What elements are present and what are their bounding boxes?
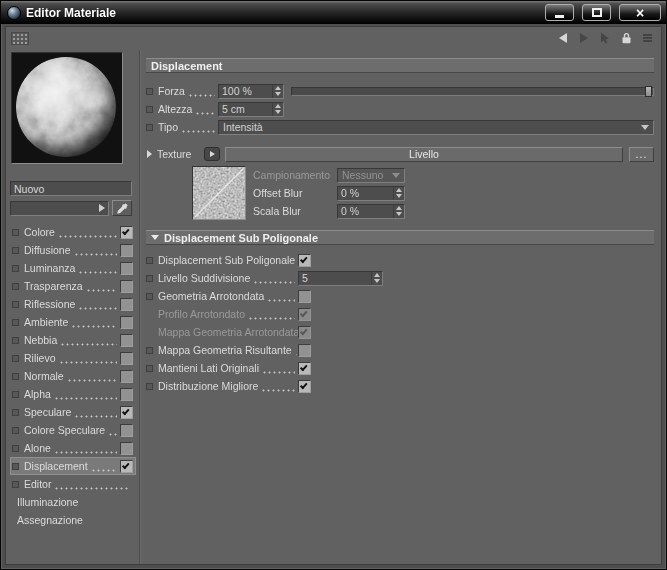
chevron-down-icon — [641, 125, 649, 130]
param-row-profilo-arrotondato: Profilo Arrotondato — [146, 305, 654, 323]
param-dot — [12, 355, 19, 362]
channel-checkbox-displacement[interactable] — [120, 460, 133, 473]
param-dot — [12, 319, 19, 326]
sidebar-item-riflessione[interactable]: Riflessione — [10, 295, 136, 313]
mappa-geometria-risultante-checkbox[interactable] — [298, 344, 311, 357]
channel-checkbox-colore[interactable] — [120, 226, 133, 239]
expand-triangle-icon[interactable] — [147, 150, 152, 158]
scala-blur-input[interactable]: 0 % — [337, 204, 405, 219]
material-preview[interactable] — [11, 52, 123, 164]
dot-leader — [71, 325, 117, 328]
displacement-sub-poligonale-checkbox[interactable] — [298, 254, 311, 267]
texture-browse-button[interactable]: ... — [629, 147, 654, 162]
sidebar-item-speculare[interactable]: Speculare — [10, 403, 136, 421]
forza-slider-knob[interactable] — [645, 86, 652, 97]
sidebar-item-ambiente[interactable]: Ambiente — [10, 313, 136, 331]
maximize-icon — [592, 8, 602, 17]
channel-label: Alpha — [24, 388, 51, 400]
channel-label: Colore Speculare — [24, 424, 105, 436]
param-dot — [12, 445, 19, 452]
forza-slider[interactable] — [291, 87, 654, 96]
sidebar-item-editor[interactable]: Editor — [10, 475, 136, 493]
sidebar-item-illuminazione[interactable]: Illuminazione — [10, 493, 136, 511]
channel-checkbox-luminanza[interactable] — [120, 262, 133, 275]
dock-grip-icon[interactable] — [11, 32, 29, 45]
spinner-arrows-icon[interactable] — [272, 103, 283, 116]
param-label: Profilo Arrotondato — [158, 308, 245, 320]
altezza-input[interactable]: 5 cm — [218, 102, 284, 117]
history-back-icon[interactable] — [554, 30, 572, 46]
material-name-field[interactable]: Nuovo — [10, 181, 132, 196]
dot-leader — [74, 253, 117, 256]
sidebar-item-nebbia[interactable]: Nebbia — [10, 331, 136, 349]
texture-shader-button[interactable]: Livello — [225, 147, 623, 162]
material-editor-window: Editor Materiale × — [0, 0, 667, 570]
panel-menu-icon[interactable] — [638, 30, 656, 46]
channel-checkbox-alone[interactable] — [120, 442, 133, 455]
sidebar-item-colore-speculare[interactable]: Colore Speculare — [10, 421, 136, 439]
channel-checkbox-nebbia[interactable] — [120, 334, 133, 347]
param-dot — [12, 247, 19, 254]
sidebar-item-assegnazione[interactable]: Assegnazione — [10, 511, 136, 529]
livello-suddivisione-input[interactable]: 5 — [298, 271, 383, 286]
param-row-forza: Forza 100 % — [146, 82, 654, 100]
param-label: Altezza — [158, 103, 192, 115]
client-area: Nuovo ColoreDiffusioneLuminanzaTrasparen… — [5, 26, 662, 565]
param-row-texture: Texture Livello ... — [146, 145, 654, 163]
channel-checkbox-alpha[interactable] — [120, 388, 133, 401]
channel-label: Diffusione — [24, 244, 71, 256]
sidebar-item-luminanza[interactable]: Luminanza — [10, 259, 136, 277]
texture-popup-button[interactable] — [204, 147, 220, 161]
channel-label: Normale — [24, 370, 64, 382]
section-header-sub-poligonale[interactable]: Displacement Sub Poligonale — [146, 230, 654, 245]
sidebar-item-trasparenza[interactable]: Trasparenza — [10, 277, 136, 295]
eyedropper-icon — [116, 202, 129, 215]
tipo-dropdown[interactable]: Intensità — [218, 120, 654, 135]
mantieni-lati-originali-checkbox[interactable] — [298, 362, 311, 375]
spinner-arrows-icon[interactable] — [371, 272, 382, 285]
dot-leader — [262, 371, 295, 374]
maximize-button[interactable] — [582, 4, 611, 21]
channel-checkbox-riflessione[interactable] — [120, 298, 133, 311]
minimize-button[interactable] — [545, 4, 574, 21]
channel-checkbox-trasparenza[interactable] — [120, 280, 133, 293]
close-button[interactable]: × — [619, 4, 661, 21]
campionamento-dropdown: Nessuno — [337, 168, 405, 183]
eyedropper-button[interactable] — [112, 200, 132, 216]
spinner-arrows-icon[interactable] — [272, 85, 283, 98]
channel-label: Speculare — [24, 406, 71, 418]
dot-leader — [188, 94, 215, 97]
spinner-arrows-icon[interactable] — [393, 187, 404, 200]
titlebar[interactable]: Editor Materiale × — [1, 1, 666, 24]
sidebar-item-rilievo[interactable]: Rilievo — [10, 349, 136, 367]
channel-label: Editor — [24, 478, 51, 490]
dot-leader — [78, 271, 117, 274]
channel-checkbox-ambiente[interactable] — [120, 316, 133, 329]
sidebar-item-displacement[interactable]: Displacement — [10, 457, 136, 475]
offset-blur-input[interactable]: 0 % — [337, 186, 405, 201]
sidebar-item-colore[interactable]: Colore — [10, 223, 136, 241]
geometria-arrotondata-checkbox[interactable] — [298, 290, 311, 303]
channel-checkbox-normale[interactable] — [120, 370, 133, 383]
forza-input[interactable]: 100 % — [218, 84, 284, 99]
channel-checkbox-diffusione[interactable] — [120, 244, 133, 257]
param-dot — [146, 347, 153, 354]
param-label: Livello Suddivisione — [158, 272, 250, 284]
channel-checkbox-speculare[interactable] — [120, 406, 133, 419]
sidebar-item-normale[interactable]: Normale — [10, 367, 136, 385]
lock-icon[interactable] — [617, 30, 635, 46]
channel-label: Assegnazione — [17, 514, 83, 526]
channel-checkbox-colore-speculare[interactable] — [120, 424, 133, 437]
spinner-arrows-icon[interactable] — [393, 205, 404, 218]
texture-thumbnail[interactable] — [192, 166, 246, 220]
preview-select-field[interactable] — [10, 201, 109, 216]
sidebar-item-alpha[interactable]: Alpha — [10, 385, 136, 403]
param-dot — [146, 293, 153, 300]
sidebar-item-diffusione[interactable]: Diffusione — [10, 241, 136, 259]
sidebar-item-alone[interactable]: Alone — [10, 439, 136, 457]
distribuzione-migliore-checkbox[interactable] — [298, 380, 311, 393]
channel-checkbox-rilievo[interactable] — [120, 352, 133, 365]
param-label: Mantieni Lati Originali — [158, 362, 259, 374]
param-row-displacement-sub-poligonale: Displacement Sub Poligonale — [146, 251, 654, 269]
collapse-triangle-icon[interactable] — [151, 235, 159, 240]
